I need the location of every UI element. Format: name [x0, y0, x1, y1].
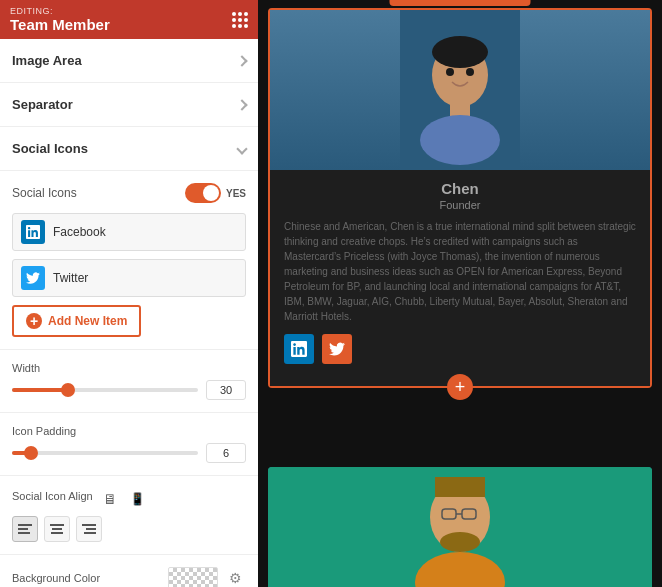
svg-rect-5	[51, 532, 63, 534]
svg-point-22	[440, 532, 480, 552]
team-member-bio: Chinese and American, Chen is a true int…	[284, 219, 636, 324]
align-center-icon	[50, 522, 64, 536]
move-toolbar-button[interactable]: ⊹	[398, 0, 418, 2]
twitter-platform-icon	[21, 266, 45, 290]
desktop-icon[interactable]: 🖥	[99, 488, 121, 510]
team-card: Chen Founder Chinese and American, Chen …	[270, 10, 650, 386]
linkedin-link-svg	[291, 341, 307, 357]
right-panel: ⊹ ⚙ ✎ ⧉ 🗑	[258, 0, 662, 587]
align-center-button[interactable]	[44, 516, 70, 542]
icon-align-section: Social Icon Align 🖥 📱	[0, 476, 258, 555]
svg-rect-6	[82, 524, 96, 526]
svg-rect-2	[18, 532, 30, 534]
slider-fill	[12, 388, 68, 392]
chen-photo	[270, 10, 650, 170]
social-icons-toggle-row: Social Icons YES	[12, 183, 246, 203]
align-left-icon	[18, 522, 32, 536]
twitter-link-svg	[329, 341, 345, 357]
settings-toolbar-button[interactable]: ⚙	[431, 0, 451, 2]
team-card-container: ⊹ ⚙ ✎ ⧉ 🗑	[268, 8, 652, 388]
svg-rect-7	[86, 528, 96, 530]
social-icons-toggle[interactable]	[185, 183, 221, 203]
team-member-name: Chen	[284, 180, 636, 197]
mobile-icon[interactable]: 📱	[127, 488, 149, 510]
second-team-card-preview	[268, 467, 652, 587]
linkedin-social-link[interactable]	[284, 334, 314, 364]
svg-rect-1	[18, 528, 28, 530]
linkedin-platform-icon	[21, 220, 45, 244]
bg-color-label: Background Color	[12, 572, 100, 584]
plus-icon: +	[26, 313, 42, 329]
width-section: Width	[0, 350, 258, 413]
bg-color-control: ⚙	[168, 567, 246, 587]
facebook-input[interactable]	[53, 225, 237, 239]
width-label: Width	[12, 362, 246, 374]
header-text: EDITING: Team Member	[10, 6, 110, 33]
copy-toolbar-button[interactable]: ⧉	[479, 0, 499, 2]
color-section: Background Color ⚙ Icon Color ⚙	[0, 555, 258, 587]
svg-rect-18	[435, 477, 485, 497]
svg-rect-4	[52, 528, 62, 530]
slider-track	[12, 451, 198, 455]
svg-rect-3	[50, 524, 64, 526]
twitter-svg	[26, 271, 40, 285]
chevron-right-icon	[236, 99, 247, 110]
team-social-links	[284, 334, 636, 376]
team-photo	[270, 10, 650, 170]
slider-track	[12, 388, 198, 392]
editing-label: EDITING:	[10, 6, 110, 16]
image-area-label: Image Area	[12, 53, 82, 68]
twitter-social-link[interactable]	[322, 334, 352, 364]
social-item-twitter	[12, 259, 246, 297]
align-buttons	[12, 516, 246, 542]
edit-toolbar-button[interactable]: ✎	[455, 0, 475, 2]
svg-point-11	[432, 36, 488, 68]
slider-thumb[interactable]	[61, 383, 75, 397]
svg-point-13	[420, 115, 500, 165]
delete-toolbar-button[interactable]: 🗑	[503, 0, 523, 2]
linkedin-svg	[26, 225, 40, 239]
icon-padding-section: Icon Padding	[0, 413, 258, 476]
social-icons-section: Social Icons YES + Add New Item	[0, 171, 258, 350]
separator-label: Separator	[12, 97, 73, 112]
page-title: Team Member	[10, 16, 110, 33]
width-value-input[interactable]	[206, 380, 246, 400]
twitter-input[interactable]	[53, 271, 237, 285]
add-row-button[interactable]: +	[447, 374, 473, 400]
toggle-wrap: YES	[185, 183, 246, 203]
sidebar-item-separator[interactable]: Separator	[0, 83, 258, 127]
align-left-button[interactable]	[12, 516, 38, 542]
svg-rect-8	[84, 532, 96, 534]
toggle-label: Social Icons	[12, 186, 77, 200]
toggle-state: YES	[226, 188, 246, 199]
svg-point-15	[466, 68, 474, 76]
add-new-label: Add New Item	[48, 314, 127, 328]
social-item-facebook	[12, 213, 246, 251]
add-new-item-button[interactable]: + Add New Item	[12, 305, 141, 337]
transparent-swatch[interactable]	[168, 567, 218, 587]
card-toolbar: ⊹ ⚙ ✎ ⧉ 🗑	[390, 0, 531, 6]
bg-color-gear-icon[interactable]: ⚙	[224, 567, 246, 587]
background-color-row: Background Color ⚙	[12, 567, 246, 587]
chevron-right-icon	[236, 55, 247, 66]
icon-padding-label: Icon Padding	[12, 425, 246, 437]
chen-portrait-svg	[400, 10, 520, 170]
sidebar-item-image-area[interactable]: Image Area	[0, 39, 258, 83]
align-right-button[interactable]	[76, 516, 102, 542]
slider-thumb[interactable]	[24, 446, 38, 460]
svg-rect-12	[450, 102, 470, 117]
icon-padding-value-input[interactable]	[206, 443, 246, 463]
team-member-role: Founder	[284, 199, 636, 211]
second-person-svg	[268, 467, 652, 587]
icon-align-label: Social Icon Align	[12, 490, 93, 502]
icon-padding-slider[interactable]	[12, 445, 198, 461]
icon-padding-slider-row	[12, 443, 246, 463]
align-label-row: Social Icon Align 🖥 📱	[12, 488, 246, 510]
sidebar-item-social-icons[interactable]: Social Icons	[0, 127, 258, 171]
chevron-down-icon	[236, 143, 247, 154]
left-panel: EDITING: Team Member Image Area Separato…	[0, 0, 258, 587]
grid-menu-icon[interactable]	[232, 12, 248, 28]
social-icons-label: Social Icons	[12, 141, 88, 156]
width-slider[interactable]	[12, 382, 198, 398]
team-info: Chen Founder Chinese and American, Chen …	[270, 170, 650, 386]
